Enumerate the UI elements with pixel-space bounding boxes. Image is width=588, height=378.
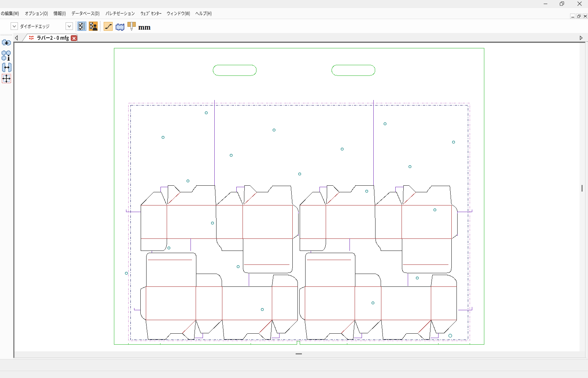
svg-text:mm: mm [138, 23, 151, 31]
